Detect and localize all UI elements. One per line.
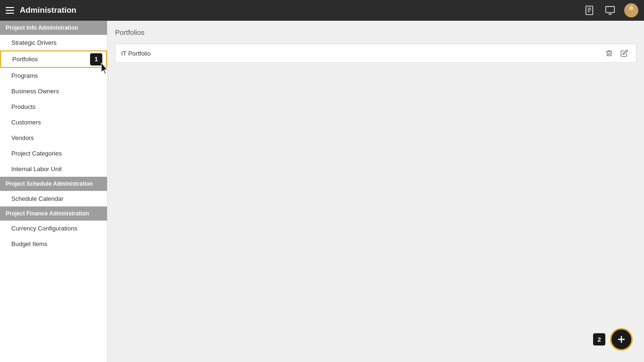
sidebar-item-vendors[interactable]: Vendors [0,130,107,146]
fab-container: 2 [593,328,633,351]
sidebar-item-budget-items[interactable]: Budget Items [0,236,107,252]
svg-point-7 [629,6,633,10]
hamburger-menu[interactable] [6,7,14,14]
sidebar: Project Info Administration Strategic Dr… [0,21,107,362]
monitor-icon[interactable] [603,4,617,17]
main-layout: Project Info Administration Strategic Dr… [0,21,644,362]
add-button[interactable] [610,328,633,351]
step2-badge: 2 [593,333,605,346]
content-area: Portfolios IT Portfolio [107,21,644,362]
sidebar-item-internal-labor-unit[interactable]: Internal Labor Unit [0,161,107,177]
user-avatar[interactable] [624,3,638,17]
section-header-project-schedule: Project Schedule Administration [0,177,107,191]
sidebar-item-products[interactable]: Products [0,99,107,115]
portfolio-row: IT Portfolio [115,44,636,63]
svg-rect-4 [606,7,614,13]
sidebar-item-programs[interactable]: Programs [0,68,107,83]
app-title: Administration [20,6,577,15]
edit-portfolio-button[interactable] [618,47,630,59]
sidebar-item-business-owners[interactable]: Business Owners [0,83,107,99]
portfolio-item-text: IT Portfolio [121,50,603,57]
sidebar-item-schedule-calendar[interactable]: Schedule Calendar [0,191,107,206]
step1-badge: 1 [90,53,102,66]
sidebar-item-project-categories[interactable]: Project Categories [0,146,107,161]
section-header-project-finance: Project Finance Administration [0,206,107,221]
docs-icon[interactable] [583,4,596,17]
sidebar-item-portfolios[interactable]: Portfolios 1 [0,50,107,68]
section-header-project-info: Project Info Administration [0,21,107,35]
sidebar-item-customers[interactable]: Customers [0,115,107,130]
topbar-icons [583,3,638,17]
page-title: Portfolios [115,28,636,36]
topbar: Administration [0,0,644,21]
delete-portfolio-button[interactable] [603,47,615,59]
sidebar-item-currency-configurations[interactable]: Currency Configurations [0,221,107,236]
sidebar-item-strategic-drivers[interactable]: Strategic Drivers [0,35,107,50]
portfolio-row-actions [603,47,630,59]
